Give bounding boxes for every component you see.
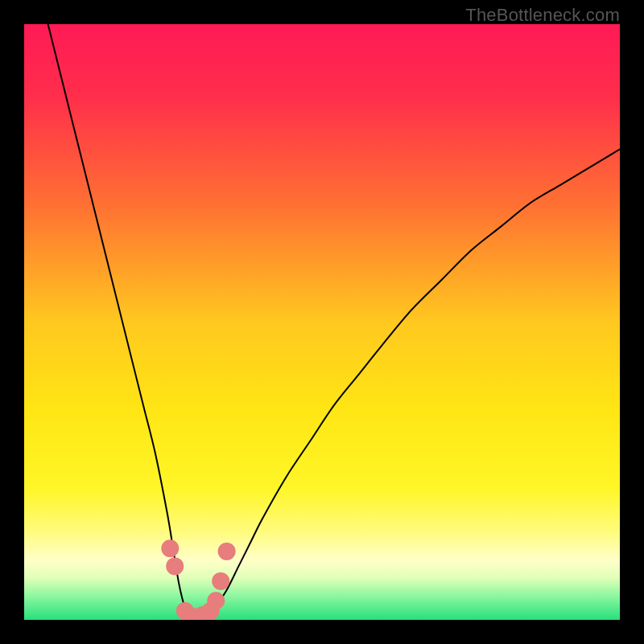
highlight-dots [161,539,235,620]
highlight-dot [166,557,184,575]
highlight-dot [218,543,236,560]
highlight-dot [207,592,225,609]
watermark-text: TheBottleneck.com [465,5,620,26]
bottleneck-curve [48,24,620,620]
chart-frame: TheBottleneck.com [0,0,644,644]
plot-area [24,24,620,620]
highlight-dot [161,539,179,557]
highlight-dot [212,572,229,590]
curve-layer [24,24,620,620]
